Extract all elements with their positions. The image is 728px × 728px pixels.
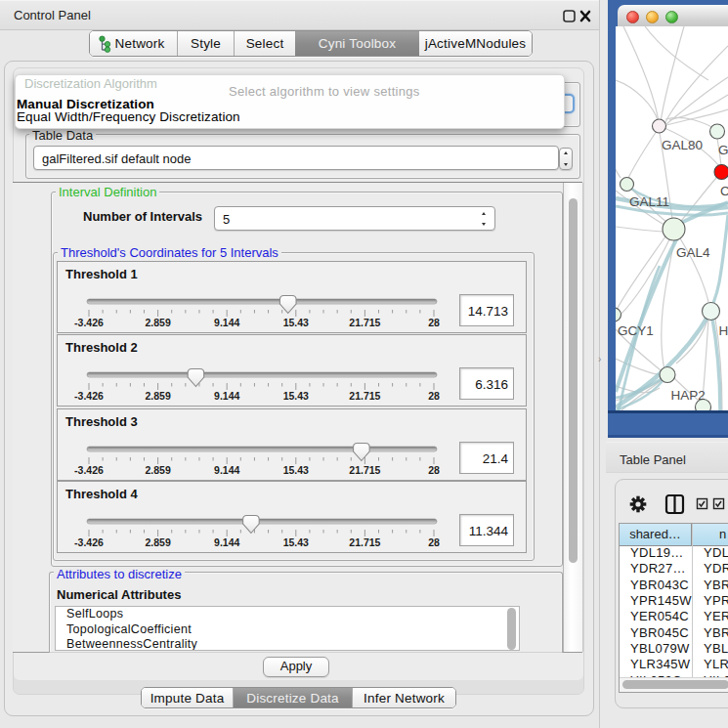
svg-text:21.715: 21.715 bbox=[349, 536, 380, 548]
svg-text:GA: GA bbox=[718, 143, 728, 157]
svg-text:-3.426: -3.426 bbox=[74, 390, 104, 402]
svg-text:C: C bbox=[720, 184, 728, 198]
svg-text:9.144: 9.144 bbox=[214, 317, 239, 328]
svg-text:2.859: 2.859 bbox=[145, 317, 170, 328]
svg-text:-3.426: -3.426 bbox=[74, 317, 104, 328]
svg-text:21.715: 21.715 bbox=[349, 390, 380, 402]
svg-text:GAL4: GAL4 bbox=[676, 245, 710, 260]
svg-text:9.144: 9.144 bbox=[214, 390, 239, 402]
svg-text:2.859: 2.859 bbox=[145, 536, 170, 548]
svg-text:28: 28 bbox=[428, 317, 440, 328]
svg-text:H: H bbox=[719, 323, 728, 338]
svg-text:9.144: 9.144 bbox=[214, 464, 239, 476]
svg-text:28: 28 bbox=[428, 390, 440, 402]
svg-text:28: 28 bbox=[428, 536, 440, 548]
svg-text:GCY1: GCY1 bbox=[618, 323, 654, 338]
svg-text:2.859: 2.859 bbox=[145, 390, 170, 402]
svg-text:-3.426: -3.426 bbox=[74, 536, 104, 548]
svg-text:15.43: 15.43 bbox=[283, 536, 309, 548]
svg-text:21.715: 21.715 bbox=[349, 317, 380, 328]
svg-text:2.859: 2.859 bbox=[145, 464, 170, 476]
svg-text:28: 28 bbox=[428, 464, 440, 476]
svg-text:GAL80: GAL80 bbox=[662, 138, 703, 152]
svg-text:15.43: 15.43 bbox=[283, 390, 309, 402]
svg-text:-3.426: -3.426 bbox=[74, 464, 104, 476]
svg-text:HAP2: HAP2 bbox=[671, 388, 706, 403]
svg-text:15.43: 15.43 bbox=[283, 317, 309, 328]
svg-text:21.715: 21.715 bbox=[349, 464, 380, 476]
svg-text:9.144: 9.144 bbox=[214, 536, 239, 548]
svg-text:GAL11: GAL11 bbox=[629, 194, 669, 209]
svg-text:15.43: 15.43 bbox=[283, 464, 309, 476]
